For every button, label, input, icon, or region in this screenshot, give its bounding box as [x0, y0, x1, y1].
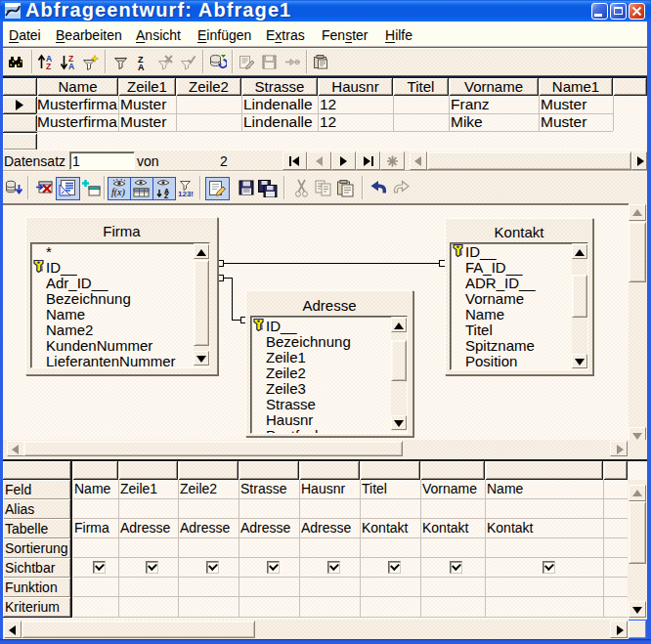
svg-text:Z: Z: [164, 193, 169, 198]
svg-text:A: A: [138, 63, 145, 71]
svg-text:A: A: [68, 62, 74, 70]
svg-text:Z: Z: [46, 62, 51, 70]
svg-text:f(x): f(x): [111, 187, 126, 198]
svg-text:123!: 123!: [178, 190, 194, 198]
